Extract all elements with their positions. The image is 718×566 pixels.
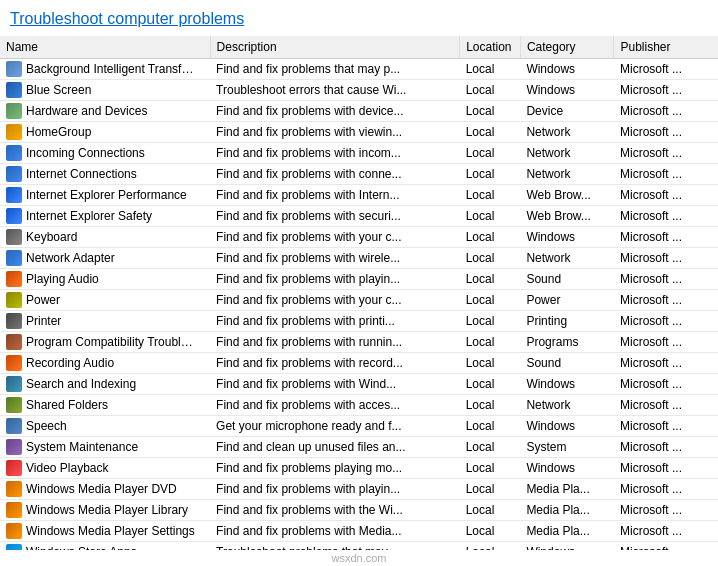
mediaplayer-icon	[6, 523, 22, 539]
col-header-category[interactable]: Category	[520, 36, 614, 59]
page-title[interactable]: Troubleshoot computer problems	[0, 10, 718, 36]
keyboard-icon	[6, 229, 22, 245]
program-icon	[6, 334, 22, 350]
name-cell: Network Adapter	[0, 248, 210, 269]
table-row[interactable]: Shared Folders Find and fix problems wit…	[0, 395, 718, 416]
location-cell: Local	[460, 122, 521, 143]
table-row[interactable]: System Maintenance Find and clean up unu…	[0, 437, 718, 458]
name-cell: Internet Explorer Performance	[0, 185, 210, 206]
publisher-cell: Microsoft ...	[614, 269, 718, 290]
table-row[interactable]: Playing Audio Find and fix problems with…	[0, 269, 718, 290]
table-row[interactable]: Network Adapter Find and fix problems wi…	[0, 248, 718, 269]
category-cell: Network	[520, 395, 614, 416]
location-cell: Local	[460, 290, 521, 311]
description-cell: Find and fix problems with printi...	[210, 311, 460, 332]
description-cell: Find and fix problems with Media...	[210, 521, 460, 542]
table-body: Background Intelligent Transfer Service …	[0, 59, 718, 551]
location-cell: Local	[460, 164, 521, 185]
name-cell: Search and Indexing	[0, 374, 210, 395]
category-cell: Media Pla...	[520, 479, 614, 500]
location-cell: Local	[460, 80, 521, 101]
location-cell: Local	[460, 521, 521, 542]
name-cell: Power	[0, 290, 210, 311]
bits-icon	[6, 61, 22, 77]
description-cell: Find and fix problems with viewin...	[210, 122, 460, 143]
bsod-icon	[6, 82, 22, 98]
description-cell: Find and fix problems with the Wi...	[210, 500, 460, 521]
row-name-text: Video Playback	[26, 461, 109, 475]
category-cell: Windows	[520, 374, 614, 395]
row-name-text: Hardware and Devices	[26, 104, 147, 118]
description-cell: Find and fix problems with acces...	[210, 395, 460, 416]
name-cell: Playing Audio	[0, 269, 210, 290]
category-cell: System	[520, 437, 614, 458]
publisher-cell: Microsoft ...	[614, 248, 718, 269]
row-name-text: Internet Explorer Safety	[26, 209, 152, 223]
table-container[interactable]: Name Description Location Category Publi…	[0, 36, 718, 550]
system-icon	[6, 439, 22, 455]
category-cell: Web Brow...	[520, 185, 614, 206]
table-row[interactable]: HomeGroup Find and fix problems with vie…	[0, 122, 718, 143]
publisher-cell: Microsoft ...	[614, 311, 718, 332]
row-name-text: Network Adapter	[26, 251, 115, 265]
row-name-text: System Maintenance	[26, 440, 138, 454]
table-row[interactable]: Incoming Connections Find and fix proble…	[0, 143, 718, 164]
table-row[interactable]: Windows Media Player DVD Find and fix pr…	[0, 479, 718, 500]
table-row[interactable]: Speech Get your microphone ready and f..…	[0, 416, 718, 437]
location-cell: Local	[460, 59, 521, 80]
row-name-text: Windows Media Player Settings	[26, 524, 195, 538]
category-cell: Windows	[520, 542, 614, 551]
table-row[interactable]: Recording Audio Find and fix problems wi…	[0, 353, 718, 374]
location-cell: Local	[460, 332, 521, 353]
category-cell: Windows	[520, 416, 614, 437]
name-cell: Incoming Connections	[0, 143, 210, 164]
table-row[interactable]: Hardware and Devices Find and fix proble…	[0, 101, 718, 122]
col-header-publisher[interactable]: Publisher	[614, 36, 718, 59]
location-cell: Local	[460, 185, 521, 206]
name-cell: Windows Media Player Library	[0, 500, 210, 521]
location-cell: Local	[460, 143, 521, 164]
table-row[interactable]: Printer Find and fix problems with print…	[0, 311, 718, 332]
name-cell: System Maintenance	[0, 437, 210, 458]
row-name-text: Search and Indexing	[26, 377, 136, 391]
table-row[interactable]: Power Find and fix problems with your c.…	[0, 290, 718, 311]
shared-icon	[6, 397, 22, 413]
table-row[interactable]: Blue Screen Troubleshoot errors that cau…	[0, 80, 718, 101]
category-cell: Sound	[520, 269, 614, 290]
location-cell: Local	[460, 269, 521, 290]
table-row[interactable]: Search and Indexing Find and fix problem…	[0, 374, 718, 395]
location-cell: Local	[460, 479, 521, 500]
location-cell: Local	[460, 437, 521, 458]
category-cell: Windows	[520, 458, 614, 479]
col-header-name[interactable]: Name	[0, 36, 210, 59]
name-cell: Video Playback	[0, 458, 210, 479]
table-row[interactable]: Windows Media Player Settings Find and f…	[0, 521, 718, 542]
publisher-cell: Microsoft ...	[614, 437, 718, 458]
publisher-cell: Microsoft ...	[614, 353, 718, 374]
table-row[interactable]: Internet Explorer Performance Find and f…	[0, 185, 718, 206]
printer-icon	[6, 313, 22, 329]
row-name-text: Windows Media Player Library	[26, 503, 188, 517]
category-cell: Windows	[520, 80, 614, 101]
location-cell: Local	[460, 101, 521, 122]
description-cell: Find and fix problems with your c...	[210, 290, 460, 311]
col-header-location[interactable]: Location	[460, 36, 521, 59]
table-row[interactable]: Windows Store Apps Troubleshoot problems…	[0, 542, 718, 551]
location-cell: Local	[460, 374, 521, 395]
category-cell: Network	[520, 143, 614, 164]
table-row[interactable]: Background Intelligent Transfer Service …	[0, 59, 718, 80]
location-cell: Local	[460, 311, 521, 332]
category-cell: Programs	[520, 332, 614, 353]
table-row[interactable]: Keyboard Find and fix problems with your…	[0, 227, 718, 248]
power-icon	[6, 292, 22, 308]
col-header-description[interactable]: Description	[210, 36, 460, 59]
table-row[interactable]: Internet Connections Find and fix proble…	[0, 164, 718, 185]
table-row[interactable]: Windows Media Player Library Find and fi…	[0, 500, 718, 521]
table-row[interactable]: Program Compatibility Troubleshooter Fin…	[0, 332, 718, 353]
publisher-cell: Microsoft ...	[614, 206, 718, 227]
publisher-cell: Microsoft ...	[614, 500, 718, 521]
table-row[interactable]: Internet Explorer Safety Find and fix pr…	[0, 206, 718, 227]
table-row[interactable]: Video Playback Find and fix problems pla…	[0, 458, 718, 479]
publisher-cell: Microsoft ...	[614, 80, 718, 101]
table-header-row: Name Description Location Category Publi…	[0, 36, 718, 59]
